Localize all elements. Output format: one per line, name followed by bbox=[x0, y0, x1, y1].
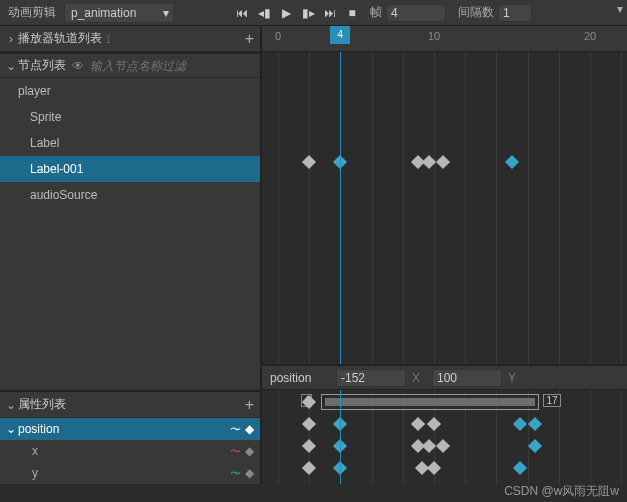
clip-name: p_animation bbox=[71, 6, 136, 20]
prop-y[interactable]: y 〜 ◆ bbox=[0, 462, 260, 484]
playhead-line[interactable] bbox=[340, 52, 341, 364]
grid-line bbox=[621, 390, 622, 484]
keyframe[interactable] bbox=[302, 439, 316, 453]
clip-select[interactable]: p_animation ▾ bbox=[64, 3, 174, 23]
prop-position[interactable]: ⌄ position 〜 ◆ bbox=[0, 418, 260, 440]
prop-key-canvas[interactable]: 417 bbox=[262, 390, 627, 484]
keyframe[interactable] bbox=[411, 417, 425, 431]
prop-label: x bbox=[32, 444, 38, 458]
keyframe[interactable] bbox=[528, 417, 542, 431]
keyframe[interactable] bbox=[302, 417, 316, 431]
first-frame-button[interactable]: ⏮ bbox=[234, 5, 250, 21]
props-title: 属性列表 bbox=[18, 396, 66, 413]
keyframe[interactable] bbox=[427, 461, 441, 475]
curve-icon[interactable]: 〜 bbox=[230, 422, 241, 437]
grid-line bbox=[528, 52, 529, 364]
play-button[interactable]: ▶ bbox=[278, 5, 294, 21]
node-item-selected[interactable]: Label-001 bbox=[0, 156, 260, 182]
chevron-down-icon[interactable]: ⌄ bbox=[6, 59, 16, 73]
chevron-down-icon[interactable]: ⌄ bbox=[6, 398, 16, 412]
node-root[interactable]: player bbox=[0, 78, 260, 104]
frame-input[interactable] bbox=[386, 4, 446, 22]
prop-editor-name: position bbox=[270, 371, 330, 385]
next-frame-button[interactable]: ▮▸ bbox=[300, 5, 316, 21]
main: › 播放器轨道列表 ⟟ + ⌄ 节点列表 👁 player Sprite Lab… bbox=[0, 26, 627, 484]
keyframe-icon[interactable]: ◆ bbox=[245, 422, 254, 436]
tracks-title: 播放器轨道列表 bbox=[18, 30, 102, 47]
grid-line bbox=[309, 52, 310, 364]
node-tree: player Sprite Label Label-001 audioSourc… bbox=[0, 78, 260, 208]
chevron-right-icon: › bbox=[6, 32, 16, 46]
timeline-panel: 010204 position X Y 417 bbox=[262, 26, 627, 484]
keyframe-icon[interactable]: ◆ bbox=[245, 466, 254, 480]
prop-label: y bbox=[32, 466, 38, 480]
keyframe[interactable] bbox=[302, 461, 316, 475]
node-item[interactable]: Sprite bbox=[0, 104, 260, 130]
segment-frame[interactable] bbox=[321, 394, 540, 410]
grid-line bbox=[590, 52, 591, 364]
keyframe[interactable] bbox=[505, 155, 519, 169]
prev-frame-button[interactable]: ◂▮ bbox=[256, 5, 272, 21]
toolbar: 动画剪辑 p_animation ▾ ⏮ ◂▮ ▶ ▮▸ ⏭ ■ 帧 ▾ 间隔数 bbox=[0, 0, 627, 26]
interval-label: 间隔数 bbox=[458, 4, 494, 21]
interval-section: 间隔数 bbox=[458, 4, 532, 22]
tracks-header[interactable]: › 播放器轨道列表 ⟟ + bbox=[0, 26, 260, 52]
keyframe[interactable] bbox=[427, 417, 441, 431]
keyframe-canvas[interactable] bbox=[262, 52, 627, 364]
playhead-marker[interactable]: 4 bbox=[330, 26, 350, 44]
grid-line bbox=[434, 52, 435, 364]
chevron-down-icon: ▾ bbox=[163, 6, 169, 20]
add-prop-button[interactable]: + bbox=[245, 396, 254, 414]
playhead-line[interactable] bbox=[340, 390, 341, 484]
prop-editor: position X Y 417 bbox=[262, 364, 627, 484]
node-item[interactable]: audioSource bbox=[0, 182, 260, 208]
keyframe[interactable] bbox=[436, 155, 450, 169]
ruler-tick: 20 bbox=[584, 30, 596, 42]
stop-button[interactable]: ■ bbox=[344, 5, 360, 21]
prop-x[interactable]: x 〜 ◆ bbox=[0, 440, 260, 462]
keyframe[interactable] bbox=[513, 417, 527, 431]
curve-icon[interactable]: 〜 bbox=[230, 444, 241, 459]
grid-line bbox=[590, 390, 591, 484]
frame-label: 帧 bbox=[370, 4, 382, 21]
grid-line bbox=[372, 52, 373, 364]
keyframe-icon[interactable]: ◆ bbox=[245, 444, 254, 458]
x-input[interactable] bbox=[336, 369, 406, 387]
grid-line bbox=[465, 52, 466, 364]
nodes-title: 节点列表 bbox=[18, 57, 66, 74]
clip-label: 动画剪辑 bbox=[0, 4, 64, 21]
prop-value-row: position X Y bbox=[262, 366, 627, 390]
properties-panel: ⌄ 属性列表 + ⌄ position 〜 ◆ x 〜 ◆ y 〜 ◆ bbox=[0, 390, 260, 484]
playback-controls: ⏮ ◂▮ ▶ ▮▸ ⏭ ■ bbox=[234, 5, 360, 21]
interval-input[interactable] bbox=[498, 4, 532, 22]
grid-line bbox=[278, 52, 279, 364]
node-item[interactable]: Label bbox=[0, 130, 260, 156]
grid-line bbox=[559, 52, 560, 364]
timeline-ruler[interactable]: 010204 bbox=[262, 26, 627, 52]
props-header: ⌄ 属性列表 + bbox=[0, 392, 260, 418]
add-track-button[interactable]: + bbox=[245, 30, 254, 48]
nodes-header: ⌄ 节点列表 👁 bbox=[0, 52, 260, 78]
curve-icon[interactable]: 〜 bbox=[230, 466, 241, 481]
keyframe[interactable] bbox=[436, 439, 450, 453]
keyframe[interactable] bbox=[528, 439, 542, 453]
prop-label: position bbox=[18, 422, 59, 436]
grid-line bbox=[403, 52, 404, 364]
keyframe[interactable] bbox=[302, 155, 316, 169]
bookmark-icon: ⟟ bbox=[106, 32, 110, 46]
chevron-down-icon: ⌄ bbox=[6, 422, 16, 436]
grid-line bbox=[496, 52, 497, 364]
watermark: CSDN @w风雨无阻w bbox=[504, 483, 619, 500]
seg-end-label: 17 bbox=[543, 394, 560, 407]
grid-line bbox=[621, 52, 622, 364]
chevron-down-icon[interactable]: ▾ bbox=[617, 2, 623, 16]
frame-section: 帧 ▾ bbox=[370, 4, 446, 22]
y-input[interactable] bbox=[432, 369, 502, 387]
filter-input[interactable] bbox=[90, 59, 254, 73]
left-panel: › 播放器轨道列表 ⟟ + ⌄ 节点列表 👁 player Sprite Lab… bbox=[0, 26, 262, 484]
eye-icon[interactable]: 👁 bbox=[72, 59, 84, 73]
ruler-tick: 0 bbox=[275, 30, 281, 42]
last-frame-button[interactable]: ⏭ bbox=[322, 5, 338, 21]
keyframe[interactable] bbox=[513, 461, 527, 475]
grid-line bbox=[278, 390, 279, 484]
